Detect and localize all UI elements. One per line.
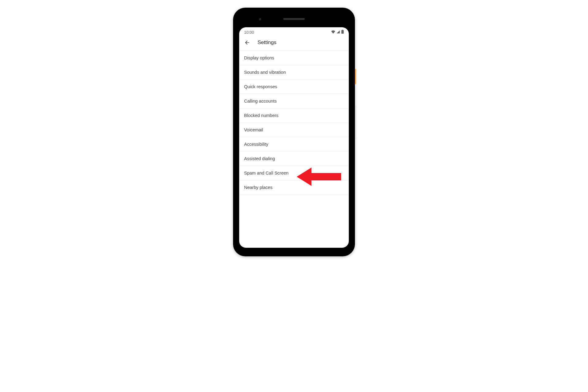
settings-item-calling-accounts[interactable]: Calling accounts (239, 94, 349, 108)
settings-item-assisted-dialing[interactable]: Assisted dialing (239, 152, 349, 166)
app-header: Settings (239, 36, 349, 51)
phone-camera (259, 18, 261, 21)
settings-item-label: Quick responses (244, 84, 277, 89)
settings-item-label: Spam and Call Screen (244, 171, 288, 175)
status-bar: 10:00 (239, 27, 349, 36)
settings-item-blocked-numbers[interactable]: Blocked numbers (239, 108, 349, 123)
settings-item-sounds-and-vibration[interactable]: Sounds and vibration (239, 65, 349, 80)
settings-item-label: Assisted dialing (244, 156, 275, 161)
settings-item-label: Nearby places (244, 185, 273, 190)
status-time: 10:00 (244, 30, 254, 35)
wifi-icon (331, 30, 335, 35)
phone-speaker (283, 18, 305, 20)
settings-item-quick-responses[interactable]: Quick responses (239, 80, 349, 94)
back-button[interactable] (243, 39, 251, 46)
settings-item-label: Accessibility (244, 142, 268, 147)
phone-screen: 10:00 Settings (239, 27, 349, 248)
settings-item-label: Sounds and vibration (244, 70, 286, 75)
settings-item-accessibility[interactable]: Accessibility (239, 137, 349, 152)
settings-item-label: Calling accounts (244, 99, 277, 104)
settings-item-label: Display options (244, 55, 274, 60)
signal-icon (336, 30, 340, 35)
settings-list: Display options Sounds and vibration Qui… (239, 51, 349, 195)
arrow-left-icon (244, 40, 250, 46)
settings-item-label: Voicemail (244, 127, 263, 132)
settings-item-voicemail[interactable]: Voicemail (239, 123, 349, 137)
settings-item-label: Blocked numbers (244, 113, 278, 118)
settings-item-display-options[interactable]: Display options (239, 51, 349, 65)
status-icons (331, 30, 344, 35)
battery-icon (341, 30, 344, 35)
volume-button (355, 106, 356, 139)
page-title: Settings (258, 40, 276, 46)
phone-bezel: 10:00 Settings (237, 11, 351, 253)
settings-item-spam-and-call-screen[interactable]: Spam and Call Screen (239, 166, 349, 180)
power-button (355, 69, 356, 84)
settings-item-nearby-places[interactable]: Nearby places (239, 180, 349, 195)
phone-frame: 10:00 Settings (233, 8, 355, 256)
